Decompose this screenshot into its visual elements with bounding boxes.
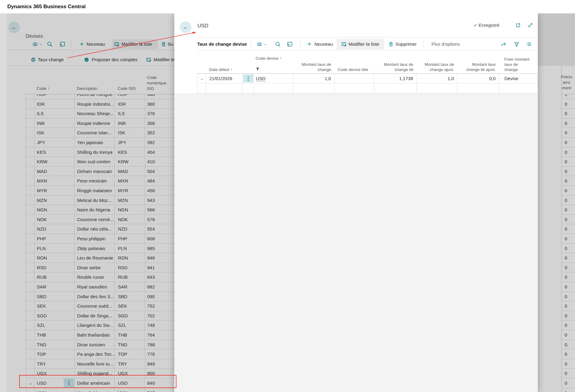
cell-code[interactable]: SGD [37, 311, 47, 321]
cell-code[interactable]: IDR [37, 99, 45, 109]
new-button[interactable]: Nouveau [87, 41, 105, 47]
table-row[interactable]: SEKCouronne suéd...SEK752 [26, 301, 174, 311]
exchange-table-row[interactable]: → 21/01/2026 USD 1,0 1,1739 1,0 0,0 Devi… [197, 74, 538, 83]
search-icon[interactable] [47, 41, 53, 47]
cell-code[interactable]: USD [37, 378, 47, 388]
cell-code[interactable]: THB [37, 330, 46, 340]
cell-code[interactable]: VUV [37, 388, 46, 392]
analysis-icon[interactable] [59, 41, 66, 47]
suggest-accounts-button[interactable]: Proposer des comptes [92, 57, 137, 63]
table-row[interactable]: NOKCouronne norvé...NOK578 [26, 215, 174, 224]
exchange-rates-button[interactable]: Taux change [38, 57, 64, 63]
table-row[interactable]: IDRRoupie indonési...IDR360 [26, 99, 174, 109]
table-row[interactable]: MZNMetical du Moz...MZN943 [26, 196, 174, 205]
exchange-table-empty-row[interactable] [197, 83, 538, 93]
code-devise-cell[interactable]: USD [254, 74, 294, 83]
column-header-code-devise[interactable]: Code devise ↑ [254, 51, 293, 73]
montant-lie-ajust-cell[interactable]: 0,0 [457, 74, 499, 83]
globe-icon[interactable] [30, 57, 36, 62]
plus-icon[interactable] [307, 41, 312, 47]
cell-code[interactable]: NOK [37, 215, 47, 224]
edit-gap-button[interactable]: Modifier écart [154, 57, 174, 63]
edit-gap-icon[interactable] [146, 57, 151, 62]
table-row[interactable]: ILSNouveau Sheqe...ILS376 [26, 109, 174, 118]
cell-code[interactable]: ISK [37, 128, 44, 138]
table-row[interactable]: ISKCouronne islan...ISK352 [26, 128, 174, 138]
date-debut-cell[interactable]: 21/01/2026 [206, 74, 243, 83]
cell-code[interactable]: RUB [37, 272, 47, 282]
table-row[interactable]: RUBRouble russeRUB643 [26, 272, 174, 282]
cell-code[interactable]: TOP [37, 349, 46, 359]
dynamics-app-icon[interactable] [257, 41, 262, 47]
cell-code[interactable]: RSD [37, 263, 47, 273]
dots-vertical-icon[interactable] [64, 379, 74, 387]
cell-code[interactable]: MAD [37, 167, 47, 176]
table-row[interactable]: RSDDinar serbeRSD941 [26, 263, 174, 273]
edit-list-icon[interactable] [341, 41, 347, 47]
cell-code[interactable]: ILS [37, 109, 44, 118]
back-button[interactable]: ← [8, 22, 20, 33]
cell-code[interactable]: MZN [37, 196, 47, 205]
delete-button[interactable]: Supprimer [396, 41, 417, 47]
column-header-fixer[interactable]: Fixer montant taux de change [499, 57, 538, 73]
trash-icon[interactable] [161, 41, 166, 47]
search-icon[interactable] [275, 41, 281, 47]
filter-funnel-icon[interactable] [514, 41, 520, 47]
cell-code[interactable]: NGN [37, 205, 47, 215]
table-row[interactable]: UGXShilling ougand...UGX800 [26, 369, 174, 378]
table-row[interactable]: SZLLilangeni du Sw...SZL748 [26, 320, 174, 330]
cell-code[interactable]: MYR [37, 186, 47, 196]
cell-code[interactable]: INR [37, 118, 45, 128]
table-row[interactable]: HUFForint de HongrieHUF348 [26, 94, 174, 99]
cell-code[interactable]: JPY [37, 138, 45, 147]
analysis-icon[interactable] [287, 41, 293, 47]
table-row[interactable]: KESShilling du KenyaKES404 [26, 147, 174, 157]
plus-icon[interactable] [79, 41, 84, 47]
column-header-code[interactable]: Code ↑ [37, 86, 50, 91]
table-row[interactable]: JPYYen japonaisJPY392 [26, 138, 174, 147]
check-circle-icon[interactable] [84, 57, 89, 62]
column-header-description[interactable]: Description [77, 86, 98, 91]
montant-lie-cell[interactable]: 1,1739 [374, 74, 417, 83]
row-menu-cell[interactable] [243, 74, 254, 83]
chevron-down-icon[interactable] [39, 43, 43, 47]
share-icon[interactable] [501, 41, 506, 47]
cell-code[interactable]: UGX [37, 369, 47, 378]
table-row[interactable]: VUVVatu de VanuatuVUV548 [26, 388, 174, 392]
cell-code[interactable]: KES [37, 147, 46, 157]
column-header-code-liee[interactable]: Code devise liée [335, 67, 374, 73]
column-header-date-debut[interactable]: Date début ↑ [206, 67, 242, 73]
cell-code[interactable]: NZD [37, 224, 46, 234]
cell-code[interactable]: MXN [37, 176, 47, 186]
dots-vertical-icon[interactable] [243, 74, 253, 83]
table-row[interactable]: NZDDollar néo-zéla...NZD554 [26, 224, 174, 234]
cell-code[interactable]: PHP [37, 234, 46, 244]
montant-taux-cell[interactable]: 1,0 [293, 74, 335, 83]
cell-code[interactable]: SZL [37, 320, 45, 330]
edit-list-button[interactable]: Modifier la liste [122, 41, 152, 47]
cell-code[interactable]: SBD [37, 292, 46, 302]
table-row[interactable]: RONLeu de RoumanieRON946 [26, 253, 174, 263]
delete-button-partial[interactable]: Su [168, 41, 173, 47]
table-row[interactable]: SBDDollar des Iles S...SBD090 [26, 292, 174, 302]
cell-code[interactable]: TRY [37, 359, 46, 369]
table-row[interactable]: PHPPeso philippinPHP608 [26, 234, 174, 244]
cell-code[interactable]: HUF [37, 94, 46, 99]
table-row[interactable]: PLNZloty polonaisPLN985 [26, 244, 174, 253]
cell-code[interactable]: PLN [37, 244, 46, 253]
table-row[interactable]: INRRoupie indienneINR356 [26, 118, 174, 128]
column-header-montant-lie[interactable]: Montant taux de change lié [374, 62, 417, 73]
popout-icon[interactable] [515, 22, 521, 28]
table-row[interactable]: MADDirham marocainMAD504 [26, 167, 174, 176]
table-row[interactable]: THBBaht thaïlandaisTHB764 [26, 330, 174, 340]
dynamics-app-icon[interactable] [32, 41, 38, 47]
fixer-montant-cell[interactable]: Devise [499, 74, 538, 83]
table-row[interactable]: KRWWon sud-coréenKRW410 [26, 157, 174, 167]
table-row[interactable]: TRYNouvelle livre tu...TRY949 [26, 359, 174, 369]
table-row[interactable]: →USDDollar américainUSD840 [26, 378, 174, 388]
column-header-montant-lie-ajust[interactable]: Montant taux change lié ajust. [457, 62, 499, 73]
expand-icon[interactable] [527, 22, 533, 28]
cell-code[interactable]: SAR [37, 282, 46, 292]
dialog-back-button[interactable]: ← [180, 21, 191, 33]
edit-list-button[interactable]: Modifier la liste [349, 41, 379, 47]
